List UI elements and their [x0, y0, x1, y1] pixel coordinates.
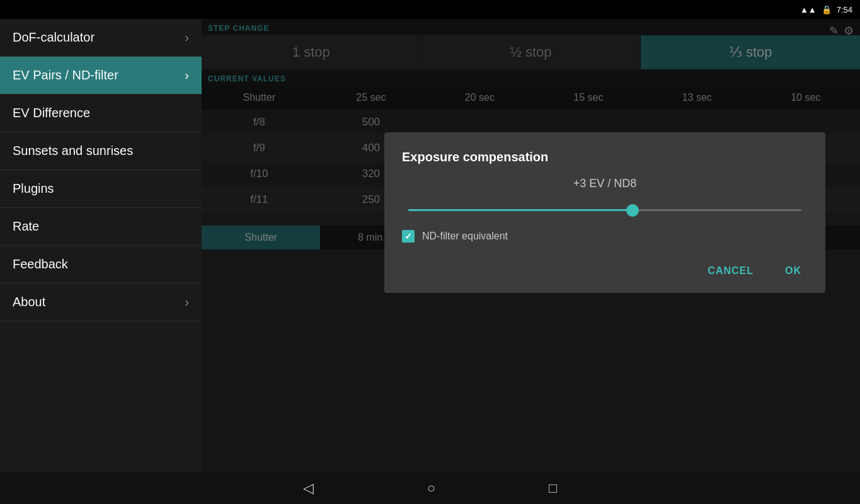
sidebar-item-about-label: About: [13, 295, 45, 309]
chevron-right-icon: ›: [185, 30, 189, 45]
ok-button[interactable]: OK: [779, 261, 808, 280]
sidebar-item-about[interactable]: About ›: [0, 284, 202, 321]
recent-button[interactable]: □: [549, 480, 557, 496]
nav-bar: ◁ ○ □: [0, 472, 860, 504]
content-area: ✎ ⚙ STEP CHANGE 1 stop ½ stop ⅓ stop CUR…: [202, 19, 860, 472]
signal-icon: ▲▲: [800, 5, 817, 14]
exposure-dialog: Exposure compensation +3 EV / ND8 ND-fil…: [384, 132, 825, 293]
time-display: 7:54: [837, 5, 852, 14]
sidebar-item-ev-pairs[interactable]: EV Pairs / ND-filter ›: [0, 57, 202, 94]
battery-icon: 🔒: [822, 5, 832, 14]
chevron-right-icon: ›: [185, 68, 189, 83]
nd-filter-label: ND-filter equivalent: [422, 231, 508, 242]
sidebar-item-sunsets[interactable]: Sunsets and sunrises: [0, 132, 202, 170]
sidebar-item-rate-label: Rate: [13, 219, 39, 234]
slider-container: [408, 209, 801, 211]
sidebar-item-plugins[interactable]: Plugins: [0, 170, 202, 208]
dialog-title: Exposure compensation: [402, 150, 808, 164]
back-button[interactable]: ◁: [303, 480, 314, 496]
sidebar-item-rate[interactable]: Rate: [0, 208, 202, 246]
chevron-right-icon: ›: [185, 295, 189, 309]
status-bar: ▲▲ 🔒 7:54: [0, 0, 860, 19]
sidebar-item-dof-label: DoF-calculator: [13, 30, 95, 45]
sidebar-item-ev-label: EV Pairs / ND-filter: [13, 68, 118, 83]
sidebar-item-ev-difference[interactable]: EV Difference: [0, 94, 202, 132]
nd-filter-checkbox[interactable]: [402, 230, 415, 243]
sidebar-item-feedback-label: Feedback: [13, 257, 68, 272]
sidebar-item-plugins-label: Plugins: [13, 181, 54, 196]
cancel-button[interactable]: CANCEL: [701, 261, 760, 280]
sidebar-item-sunsets-label: Sunsets and sunrises: [13, 144, 133, 158]
main-container: DoF-calculator › EV Pairs / ND-filter › …: [0, 19, 860, 472]
dialog-buttons: CANCEL OK: [402, 261, 808, 280]
home-button[interactable]: ○: [427, 480, 435, 496]
dialog-ev-value: +3 EV / ND8: [402, 177, 808, 190]
checkbox-row: ND-filter equivalent: [402, 230, 808, 243]
sidebar-item-ev-diff-label: EV Difference: [13, 106, 90, 120]
sidebar-item-dof-calculator[interactable]: DoF-calculator ›: [0, 19, 202, 57]
sidebar-item-feedback[interactable]: Feedback: [0, 246, 202, 284]
sidebar: DoF-calculator › EV Pairs / ND-filter › …: [0, 19, 202, 472]
